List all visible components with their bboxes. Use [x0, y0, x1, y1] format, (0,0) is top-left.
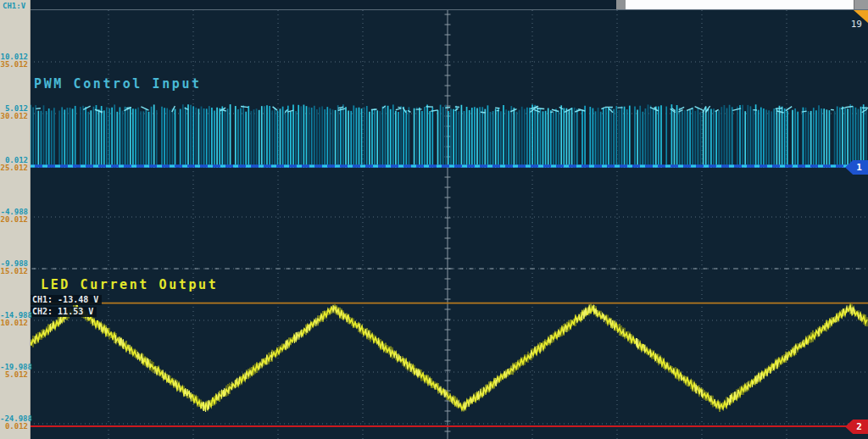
ch2-position-marker[interactable]: 2 [845, 420, 868, 434]
axis-tick-pair: -9.98815.012 [0, 260, 28, 275]
scrollbar-track[interactable] [626, 0, 854, 9]
axis-tick-pair: -4.98820.012 [0, 208, 28, 224]
axis-tick-pair: 5.01230.012 [0, 105, 28, 120]
ch1-measurement-readout: CH1: -13.48 V [31, 295, 102, 305]
ch1-waveform-title: PWM Control Input [34, 76, 202, 92]
scrollbar-thumb[interactable] [616, 0, 626, 9]
top-scrollbar [30, 0, 868, 10]
ch1-position-marker[interactable]: 1 [845, 160, 868, 175]
plot-area[interactable]: PWM Control Input LED Current Output CH1… [30, 10, 868, 439]
axis-tick-pair: -19.9885.012 [0, 364, 28, 379]
channel-indicator: CH1:V [3, 2, 25, 10]
axis-tick-pair: -14.98810.012 [0, 312, 28, 327]
trigger-corner-label: 19 [851, 19, 862, 30]
scrollbar-button[interactable] [854, 0, 868, 9]
ch2-waveform-title: LED Current Output [41, 277, 218, 292]
axis-tick-pair: 10.01235.012 [0, 53, 28, 69]
scale-sidebar: CH1:V 10.01235.0125.01230.0120.01225.012… [0, 0, 31, 439]
axis-tick-pair: 0.01225.012 [0, 157, 28, 172]
waveform-canvas [30, 10, 868, 439]
axis-tick-pair: -24.9880.012 [0, 415, 28, 431]
oscilloscope-window: CH1:V 10.01235.0125.01230.0120.01225.012… [0, 0, 868, 439]
ch2-measurement-readout: CH2: 11.53 V [31, 307, 97, 317]
